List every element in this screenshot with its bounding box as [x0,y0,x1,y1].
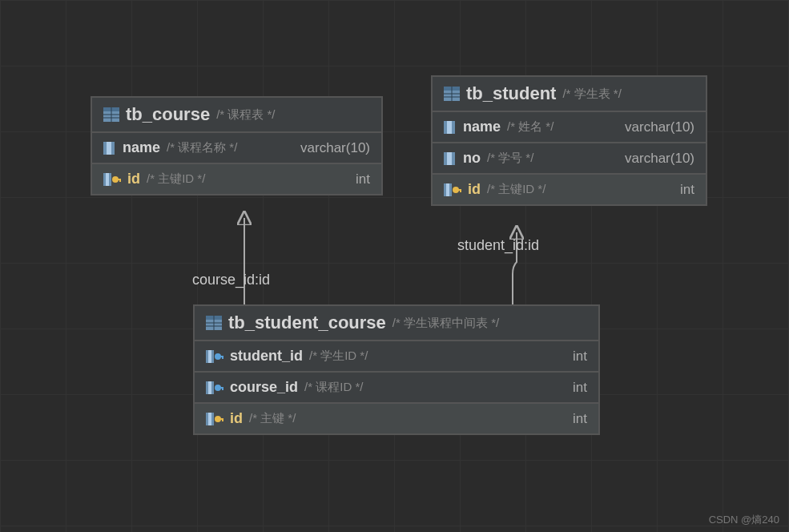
column-type: varchar(10) [625,119,694,135]
svg-rect-22 [446,183,449,196]
column-name: name [123,139,160,156]
column-comment: /* 主键ID */ [487,182,674,197]
entity-title: tb_student [466,83,556,104]
primary-key-icon [206,413,223,425]
column-name: name [463,119,501,135]
watermark: CSDN @熵240 [709,513,779,527]
svg-rect-40 [222,387,223,390]
entity-tb-student[interactable]: tb_student /* 学生表 */ name /* 姓名 */ varch… [431,75,707,206]
svg-rect-45 [222,418,223,421]
table-icon [103,107,119,122]
column-type: int [573,411,587,427]
column-type: int [573,349,587,365]
column-type: varchar(10) [300,140,370,156]
svg-rect-8 [106,173,109,186]
relation-label-course: course_id:id [192,272,270,288]
foreign-key-icon [206,350,223,363]
primary-key-icon [444,183,461,196]
column-name: id [230,410,243,427]
column-name: no [463,150,481,167]
column-type: int [356,171,370,187]
column-row[interactable]: student_id /* 学生ID */ int [195,341,598,373]
column-row[interactable]: name /* 姓名 */ varchar(10) [433,112,706,143]
entity-header: tb_student_course /* 学生课程中间表 */ [195,306,598,341]
column-name: course_id [230,379,298,396]
column-row[interactable]: no /* 学号 */ varchar(10) [433,143,706,175]
column-comment: /* 姓名 */ [507,119,618,135]
column-name: id [468,181,481,198]
svg-rect-11 [119,179,121,182]
entity-title: tb_course [126,104,210,125]
entity-tb-course[interactable]: tb_course /* 课程表 */ name /* 课程名称 */ varc… [91,96,383,195]
svg-rect-35 [222,356,223,359]
column-row[interactable]: name /* 课程名称 */ varchar(10) [92,133,381,164]
entity-comment: /* 课程表 */ [216,107,275,123]
column-row[interactable]: id /* 主键ID */ int [92,164,381,194]
column-icon [444,152,457,165]
column-comment: /* 学生ID */ [309,349,566,364]
svg-rect-37 [208,381,211,394]
column-type: varchar(10) [625,151,694,167]
entity-comment: /* 学生课程中间表 */ [392,316,499,331]
column-icon [103,142,116,155]
svg-rect-18 [447,121,452,134]
relation-label-student: student_id:id [457,237,539,254]
svg-rect-25 [460,189,461,192]
column-comment: /* 课程名称 */ [167,140,294,155]
svg-rect-6 [107,142,111,155]
entity-header: tb_student /* 学生表 */ [433,77,706,112]
column-type: int [680,182,694,198]
table-icon [444,87,460,101]
entity-title: tb_student_course [228,312,386,333]
column-name: id [127,171,140,187]
column-type: int [573,380,587,396]
entity-comment: /* 学生表 */ [562,87,621,102]
column-icon [444,121,457,134]
entity-tb-student-course[interactable]: tb_student_course /* 学生课程中间表 */ student_… [193,304,600,435]
column-comment: /* 主键 */ [249,411,566,426]
column-row[interactable]: course_id /* 课程ID */ int [195,373,598,404]
svg-rect-20 [447,152,452,165]
svg-rect-42 [208,413,211,425]
column-comment: /* 学号 */ [487,151,618,166]
table-icon [206,316,222,330]
column-comment: /* 主键ID */ [147,171,349,187]
entity-header: tb_course /* 课程表 */ [92,98,381,133]
column-comment: /* 课程ID */ [304,380,566,395]
column-row[interactable]: id /* 主键ID */ int [433,175,706,204]
foreign-key-icon [206,381,223,394]
svg-rect-32 [208,350,211,363]
column-name: student_id [230,348,303,365]
column-row[interactable]: id /* 主键 */ int [195,404,598,433]
primary-key-icon [103,173,121,186]
